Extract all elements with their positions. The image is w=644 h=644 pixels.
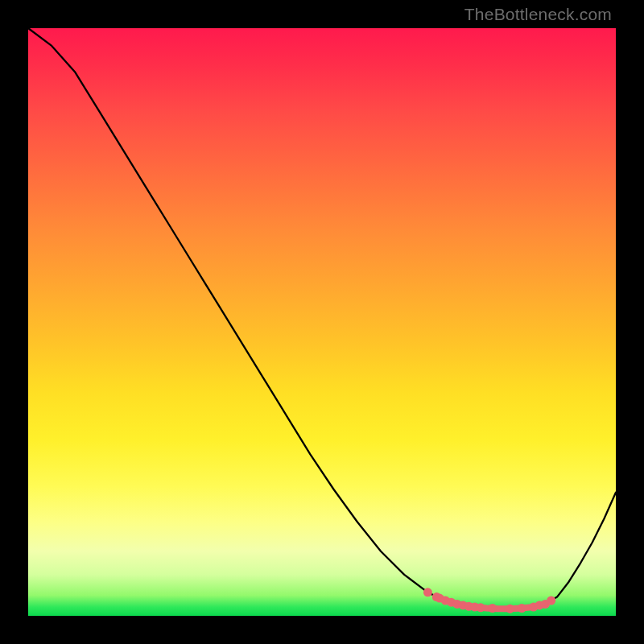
chart-frame: TheBottleneck.com [0,0,644,644]
highlight-dot [488,604,497,613]
watermark-text: TheBottleneck.com [464,5,612,24]
highlight-dot [477,603,485,612]
chart-svg [28,28,616,616]
highlight-dot [423,588,432,597]
highlight-dot [547,597,555,605]
highlight-dot [518,604,526,613]
highlight-dot [506,605,514,613]
highlight-dots [423,588,555,613]
plot-area [28,28,616,616]
bottleneck-curve [28,28,616,609]
